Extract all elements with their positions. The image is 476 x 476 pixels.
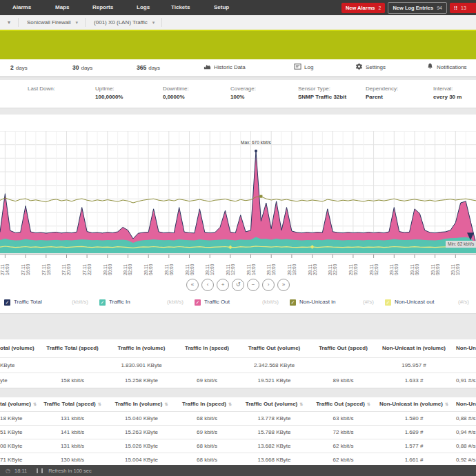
column-header[interactable]: Non-Unicast in (volume)⇅	[376, 397, 452, 411]
x-tick-label: 29.1100:00	[348, 255, 358, 275]
menu-item-setup[interactable]: Setup	[214, 0, 229, 15]
table-cell: 68 kbit/s	[176, 439, 238, 453]
tab-settings[interactable]: Settings	[355, 59, 386, 76]
x-tick-label: 28.1114:00	[246, 255, 256, 275]
info-label: Interval:	[433, 86, 453, 92]
legend-unit: (kbit/s)	[262, 299, 279, 305]
sort-icon[interactable]: ⇅	[299, 402, 303, 406]
tab-log[interactable]: Log	[294, 59, 313, 76]
table-cell: yte	[0, 373, 38, 388]
column-header: Traffic Out (speed)	[310, 339, 376, 357]
status-time: 18:11	[14, 468, 27, 474]
series-checkbox[interactable]: ✓	[99, 299, 106, 306]
x-tick-label: 28.1118:00	[287, 255, 297, 275]
sort-icon[interactable]: ⇅	[98, 402, 101, 406]
sort-icon[interactable]: ⇅	[445, 402, 448, 406]
legend-item-traffic-out[interactable]: ✓Traffic Out(kbit/s)	[190, 297, 286, 309]
series-checkbox[interactable]: ✓	[4, 299, 10, 306]
column-header: Non-Unicast in (volume)	[376, 339, 452, 357]
x-tick-label: 28.1104:00	[143, 255, 153, 275]
graph-control-first[interactable]: «	[186, 279, 199, 291]
table-cell: 130 kbit/s	[38, 453, 107, 465]
x-tick-label: 27.1114:00	[0, 255, 10, 275]
table-row: yte158 kbit/s15.258 KByte69 kbit/s19.521…	[0, 373, 476, 388]
x-tick-label: 28.1112:00	[226, 255, 235, 275]
table-header-row: otal (volume)Traffic Total (speed)Traffi…	[0, 339, 476, 358]
menu-item-reports[interactable]: Reports	[92, 0, 113, 15]
table-cell: 13.682 KByte	[238, 439, 310, 453]
menu-item-maps[interactable]: Maps	[55, 0, 69, 15]
column-header[interactable]: tal (volume)⇅	[0, 397, 38, 411]
legend-item-non-unicast-in[interactable]: ✓Non-Unicast in(#/s)	[286, 297, 381, 309]
table-cell: 1.577 #	[376, 439, 452, 453]
sort-icon[interactable]: ⇅	[33, 402, 37, 406]
column-header[interactable]: Traffic Out (volume)⇅	[238, 397, 310, 411]
column-header[interactable]: Traffic Out (speed)⇅	[310, 397, 376, 411]
table-cell: 0,88 #/s	[452, 439, 476, 453]
legend-item-traffic-total[interactable]: ✓Traffic Total(kbit/s)	[0, 297, 95, 309]
column-header: Traffic In (speed)	[176, 339, 238, 357]
series-checkbox[interactable]: ✓	[195, 299, 201, 306]
legend-item-non-unicast-out[interactable]: ✓Non-Unicast out(#/s)	[381, 297, 476, 309]
tab-30-days[interactable]: 30days	[72, 59, 92, 76]
tab-notifications[interactable]: Notifications	[426, 59, 467, 76]
x-tick-label: 29.1102:00	[369, 255, 379, 275]
new-alarms-button[interactable]: New Alarms2	[341, 3, 386, 13]
menu-item-alarms[interactable]: Alarms	[12, 0, 31, 15]
table-cell: KByte	[0, 358, 38, 373]
column-header[interactable]: Traffic In (volume)⇅	[107, 397, 176, 411]
legend-label: Non-Unicast out	[395, 299, 434, 305]
info-sensortype: Sensor Type:SNMP Traffic 32bit	[298, 85, 346, 101]
table-cell	[310, 358, 376, 373]
graph-control-reset[interactable]: ↺	[232, 279, 244, 291]
graph-control-zoom-out[interactable]: −	[247, 279, 259, 291]
tab-365-days[interactable]: 365days	[137, 59, 160, 76]
new-log-entries-button[interactable]: New Log Entries94	[388, 2, 447, 14]
breadcrumb-sensor-label: (001) X0 (LAN) Traffic	[94, 19, 148, 26]
table-cell: 15.263 KByte	[107, 426, 176, 439]
menu-item-tickets[interactable]: Tickets	[171, 0, 190, 15]
table-cell: 15.040 KByte	[107, 412, 176, 425]
legend-unit: (#/s)	[458, 299, 469, 305]
summary-table: otal (volume)Traffic Total (speed)Traffi…	[0, 339, 476, 388]
pause-icon[interactable]	[37, 468, 43, 473]
x-tick-label: 27.1118:00	[41, 255, 51, 275]
x-tick-label: 28.1106:00	[164, 255, 174, 275]
sort-icon[interactable]: ⇅	[367, 402, 370, 406]
graph-control-last[interactable]: »	[277, 279, 290, 291]
table-cell: 62 kbit/s	[310, 439, 376, 453]
table-cell: 69 kbit/s	[176, 426, 238, 439]
series-checkbox[interactable]: ✓	[290, 299, 296, 306]
topbar-alerts: New Alarms2 New Log Entries94 !!13	[341, 0, 476, 15]
column-header[interactable]: Traffic Total (speed)⇅	[38, 397, 107, 411]
x-tick-label: 29.1104:00	[389, 255, 399, 275]
graph-control-next[interactable]: ›	[262, 279, 275, 291]
breadcrumb-device[interactable]: Sonicwall Firewall▾	[19, 18, 86, 27]
warning-icon: !!	[454, 5, 457, 11]
x-tick-label: 29.1108:00	[430, 255, 440, 275]
legend-label: Non-Unicast in	[299, 299, 335, 305]
info-value: Parent	[366, 93, 398, 101]
sort-icon[interactable]: ⇅	[228, 402, 232, 406]
breadcrumb-sensor[interactable]: (001) X0 (LAN) Traffic▾	[86, 18, 162, 27]
graph-control-zoom-in[interactable]: +	[217, 279, 229, 291]
column-header[interactable]: Traffic In (speed)⇅	[176, 397, 238, 411]
tab-2-days[interactable]: 2days	[10, 59, 28, 76]
series-checkbox[interactable]: ✓	[385, 299, 391, 306]
warning-badge-button[interactable]: !!13	[450, 3, 476, 13]
column-header[interactable]: Non-Unicast in (speed)⇅	[452, 397, 476, 411]
table-cell: 13.778 KByte	[238, 412, 310, 425]
legend-item-traffic-in[interactable]: ✓Traffic In(kbit/s)	[95, 297, 190, 309]
graph-control-prev[interactable]: ‹	[201, 279, 214, 291]
traffic-chart[interactable]	[0, 131, 476, 259]
top-menu-bar: AlarmsMapsReportsLogsTicketsSetup New Al…	[0, 0, 476, 15]
x-tick-label: 28.1110:00	[205, 255, 215, 275]
menu-item-logs[interactable]: Logs	[137, 0, 150, 15]
breadcrumb-root-dropdown[interactable]: ▾	[0, 18, 19, 27]
sort-icon[interactable]: ⇅	[164, 402, 168, 406]
tab-bar: 2days30days365daysHistoric DataLogSettin…	[0, 59, 476, 77]
table-cell: 19.521 KByte	[238, 373, 310, 388]
sensor-info-strip: Last Down:Uptime:100,0000%Downtime:0,000…	[0, 80, 476, 108]
info-dependency: Dependency:Parent	[366, 85, 398, 101]
tab-historic-data[interactable]: Historic Data	[204, 59, 246, 76]
